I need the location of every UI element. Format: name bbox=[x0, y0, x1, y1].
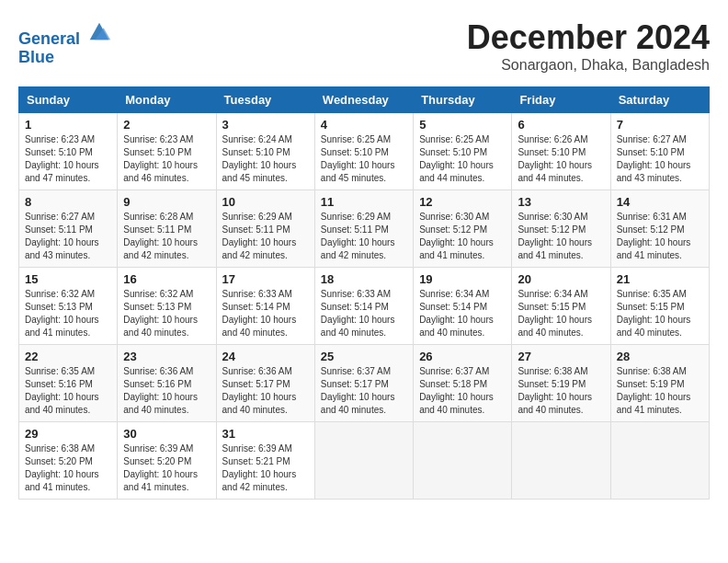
table-row: 23Sunrise: 6:36 AMSunset: 5:16 PMDayligh… bbox=[118, 345, 216, 422]
day-info: Sunrise: 6:37 AMSunset: 5:18 PMDaylight:… bbox=[419, 365, 506, 417]
table-row bbox=[414, 422, 512, 500]
day-number: 8 bbox=[25, 195, 111, 209]
logo-general: General bbox=[18, 29, 80, 48]
day-info: Sunrise: 6:34 AMSunset: 5:15 PMDaylight:… bbox=[518, 288, 604, 339]
calendar-week-row: 29Sunrise: 6:38 AMSunset: 5:20 PMDayligh… bbox=[19, 422, 710, 500]
day-info: Sunrise: 6:39 AMSunset: 5:20 PMDaylight:… bbox=[123, 442, 210, 494]
day-info: Sunrise: 6:30 AMSunset: 5:12 PMDaylight:… bbox=[419, 211, 506, 262]
day-number: 11 bbox=[321, 195, 407, 209]
day-info: Sunrise: 6:30 AMSunset: 5:12 PMDaylight:… bbox=[518, 211, 604, 262]
day-info: Sunrise: 6:38 AMSunset: 5:19 PMDaylight:… bbox=[518, 365, 604, 417]
day-number: 14 bbox=[617, 195, 703, 209]
top-bar: General Blue December 2024 Sonargaon, Dh… bbox=[18, 18, 710, 79]
table-row: 31Sunrise: 6:39 AMSunset: 5:21 PMDayligh… bbox=[216, 422, 314, 500]
logo-icon bbox=[86, 18, 112, 44]
day-info: Sunrise: 6:37 AMSunset: 5:17 PMDaylight:… bbox=[321, 365, 407, 417]
table-row: 14Sunrise: 6:31 AMSunset: 5:12 PMDayligh… bbox=[610, 190, 709, 268]
table-row: 11Sunrise: 6:29 AMSunset: 5:11 PMDayligh… bbox=[314, 190, 413, 268]
col-wednesday: Wednesday bbox=[314, 87, 413, 113]
table-row bbox=[610, 422, 709, 500]
day-number: 24 bbox=[222, 350, 309, 363]
day-info: Sunrise: 6:38 AMSunset: 5:20 PMDaylight:… bbox=[25, 442, 111, 494]
table-row: 12Sunrise: 6:30 AMSunset: 5:12 PMDayligh… bbox=[414, 190, 512, 268]
col-monday: Monday bbox=[118, 87, 216, 113]
logo: General Blue bbox=[18, 18, 112, 67]
day-info: Sunrise: 6:26 AMSunset: 5:10 PMDaylight:… bbox=[518, 133, 604, 185]
day-info: Sunrise: 6:34 AMSunset: 5:14 PMDaylight:… bbox=[419, 288, 506, 339]
day-number: 20 bbox=[518, 272, 604, 286]
logo-text: General Blue bbox=[18, 18, 112, 67]
day-info: Sunrise: 6:38 AMSunset: 5:19 PMDaylight:… bbox=[617, 365, 703, 417]
day-number: 12 bbox=[419, 195, 506, 209]
table-row: 10Sunrise: 6:29 AMSunset: 5:11 PMDayligh… bbox=[216, 190, 314, 268]
col-thursday: Thursday bbox=[414, 87, 512, 113]
table-row: 16Sunrise: 6:32 AMSunset: 5:13 PMDayligh… bbox=[118, 268, 216, 345]
day-info: Sunrise: 6:36 AMSunset: 5:16 PMDaylight:… bbox=[123, 365, 210, 417]
day-number: 9 bbox=[123, 195, 210, 209]
day-number: 1 bbox=[25, 118, 111, 132]
table-row: 13Sunrise: 6:30 AMSunset: 5:12 PMDayligh… bbox=[512, 190, 610, 268]
table-row: 17Sunrise: 6:33 AMSunset: 5:14 PMDayligh… bbox=[216, 268, 314, 345]
table-row: 19Sunrise: 6:34 AMSunset: 5:14 PMDayligh… bbox=[414, 268, 512, 345]
table-row: 22Sunrise: 6:35 AMSunset: 5:16 PMDayligh… bbox=[19, 345, 118, 422]
calendar-header-row: Sunday Monday Tuesday Wednesday Thursday… bbox=[19, 87, 710, 113]
day-number: 10 bbox=[222, 195, 309, 209]
day-info: Sunrise: 6:33 AMSunset: 5:14 PMDaylight:… bbox=[321, 288, 407, 339]
day-number: 31 bbox=[222, 427, 309, 441]
calendar-week-row: 15Sunrise: 6:32 AMSunset: 5:13 PMDayligh… bbox=[19, 268, 710, 345]
day-info: Sunrise: 6:23 AMSunset: 5:10 PMDaylight:… bbox=[123, 133, 210, 185]
calendar-week-row: 22Sunrise: 6:35 AMSunset: 5:16 PMDayligh… bbox=[19, 345, 710, 422]
title-section: December 2024 Sonargaon, Dhaka, Banglade… bbox=[467, 18, 710, 74]
day-info: Sunrise: 6:32 AMSunset: 5:13 PMDaylight:… bbox=[25, 288, 111, 339]
col-saturday: Saturday bbox=[610, 87, 709, 113]
day-number: 21 bbox=[617, 272, 703, 286]
table-row: 24Sunrise: 6:36 AMSunset: 5:17 PMDayligh… bbox=[216, 345, 314, 422]
table-row: 1Sunrise: 6:23 AMSunset: 5:10 PMDaylight… bbox=[19, 113, 118, 190]
table-row: 5Sunrise: 6:25 AMSunset: 5:10 PMDaylight… bbox=[414, 113, 512, 190]
table-row bbox=[512, 422, 610, 500]
calendar-week-row: 1Sunrise: 6:23 AMSunset: 5:10 PMDaylight… bbox=[19, 113, 710, 190]
table-row: 18Sunrise: 6:33 AMSunset: 5:14 PMDayligh… bbox=[314, 268, 413, 345]
day-info: Sunrise: 6:25 AMSunset: 5:10 PMDaylight:… bbox=[321, 133, 407, 185]
day-number: 5 bbox=[419, 118, 506, 132]
col-sunday: Sunday bbox=[19, 87, 118, 113]
table-row: 8Sunrise: 6:27 AMSunset: 5:11 PMDaylight… bbox=[19, 190, 118, 268]
day-info: Sunrise: 6:24 AMSunset: 5:10 PMDaylight:… bbox=[222, 133, 309, 185]
month-title: December 2024 bbox=[467, 18, 710, 57]
day-number: 4 bbox=[321, 118, 407, 132]
day-number: 17 bbox=[222, 272, 309, 286]
calendar-week-row: 8Sunrise: 6:27 AMSunset: 5:11 PMDaylight… bbox=[19, 190, 710, 268]
day-number: 13 bbox=[518, 195, 604, 209]
table-row: 7Sunrise: 6:27 AMSunset: 5:10 PMDaylight… bbox=[610, 113, 709, 190]
day-info: Sunrise: 6:35 AMSunset: 5:16 PMDaylight:… bbox=[25, 365, 111, 417]
day-number: 3 bbox=[222, 118, 309, 132]
day-number: 22 bbox=[25, 350, 111, 363]
table-row: 29Sunrise: 6:38 AMSunset: 5:20 PMDayligh… bbox=[19, 422, 118, 500]
calendar-table: Sunday Monday Tuesday Wednesday Thursday… bbox=[18, 86, 710, 500]
day-info: Sunrise: 6:25 AMSunset: 5:10 PMDaylight:… bbox=[419, 133, 506, 185]
day-info: Sunrise: 6:31 AMSunset: 5:12 PMDaylight:… bbox=[617, 211, 703, 262]
day-number: 16 bbox=[123, 272, 210, 286]
day-info: Sunrise: 6:27 AMSunset: 5:11 PMDaylight:… bbox=[25, 211, 111, 262]
table-row: 27Sunrise: 6:38 AMSunset: 5:19 PMDayligh… bbox=[512, 345, 610, 422]
day-info: Sunrise: 6:28 AMSunset: 5:11 PMDaylight:… bbox=[123, 211, 210, 262]
day-number: 25 bbox=[321, 350, 407, 363]
day-info: Sunrise: 6:33 AMSunset: 5:14 PMDaylight:… bbox=[222, 288, 309, 339]
day-number: 27 bbox=[518, 350, 604, 363]
day-info: Sunrise: 6:39 AMSunset: 5:21 PMDaylight:… bbox=[222, 442, 309, 494]
day-info: Sunrise: 6:29 AMSunset: 5:11 PMDaylight:… bbox=[321, 211, 407, 262]
day-info: Sunrise: 6:29 AMSunset: 5:11 PMDaylight:… bbox=[222, 211, 309, 262]
day-number: 15 bbox=[25, 272, 111, 286]
table-row: 28Sunrise: 6:38 AMSunset: 5:19 PMDayligh… bbox=[610, 345, 709, 422]
day-info: Sunrise: 6:23 AMSunset: 5:10 PMDaylight:… bbox=[25, 133, 111, 185]
table-row: 2Sunrise: 6:23 AMSunset: 5:10 PMDaylight… bbox=[118, 113, 216, 190]
day-number: 30 bbox=[123, 427, 210, 441]
table-row: 6Sunrise: 6:26 AMSunset: 5:10 PMDaylight… bbox=[512, 113, 610, 190]
day-number: 28 bbox=[617, 350, 703, 363]
day-info: Sunrise: 6:27 AMSunset: 5:10 PMDaylight:… bbox=[617, 133, 703, 185]
logo-blue: Blue bbox=[18, 48, 54, 66]
table-row bbox=[314, 422, 413, 500]
day-info: Sunrise: 6:36 AMSunset: 5:17 PMDaylight:… bbox=[222, 365, 309, 417]
day-number: 18 bbox=[321, 272, 407, 286]
table-row: 3Sunrise: 6:24 AMSunset: 5:10 PMDaylight… bbox=[216, 113, 314, 190]
